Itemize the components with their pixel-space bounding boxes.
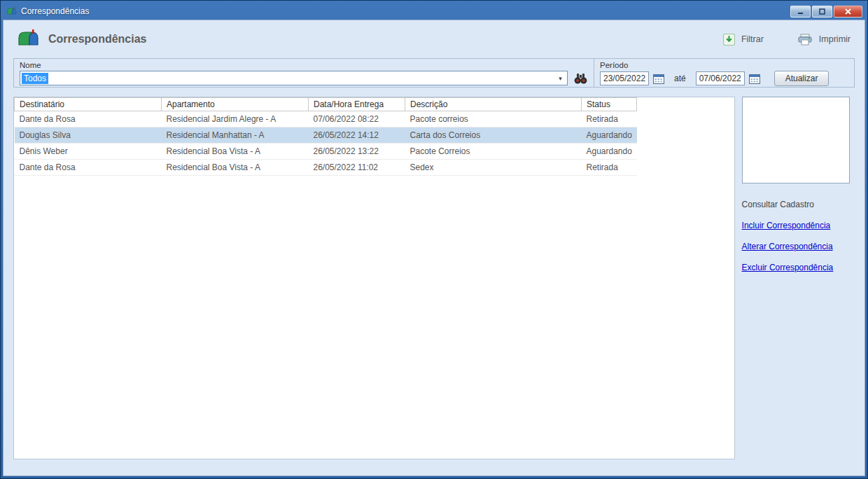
cell-data: 07/06/2022 08:22: [309, 111, 405, 127]
filtrar-label: Filtrar: [741, 34, 764, 44]
photo-placeholder: [742, 97, 850, 183]
cell-status: Aguardando: [582, 127, 637, 144]
cell-descricao: Pacote correios: [405, 111, 582, 127]
cell-destinatario: Dante da Rosa: [15, 160, 162, 176]
alterar-correspondencia-link[interactable]: Alterar Correspondência: [742, 242, 858, 251]
maximize-button[interactable]: [812, 6, 832, 18]
table-row[interactable]: Dante da RosaResidencial Boa Vista - A26…: [15, 160, 637, 176]
cell-status: Retirada: [582, 111, 637, 127]
correspondence-table-container: DestinatárioApartamentoData/Hora Entrega…: [13, 97, 735, 459]
table-header-row: DestinatárioApartamentoData/Hora Entrega…: [15, 98, 637, 111]
date-from-input[interactable]: [600, 71, 649, 85]
sidebar-links: Incluir CorrespondênciaAlterar Correspon…: [742, 209, 858, 272]
cell-data: 26/05/2022 14:12: [309, 127, 405, 144]
cell-status: Retirada: [582, 160, 637, 176]
column-header-4[interactable]: Status: [582, 98, 637, 111]
atualizar-button[interactable]: Atualizar: [774, 71, 830, 86]
table-row[interactable]: Dênis WeberResidencial Boa Vista - A26/0…: [15, 144, 637, 160]
cell-descricao: Pacote Correios: [405, 144, 582, 160]
window-controls: [790, 6, 862, 18]
close-icon: [845, 8, 851, 15]
correspondence-table: DestinatárioApartamentoData/Hora Entrega…: [14, 97, 637, 176]
window-title: Correspondências: [21, 6, 89, 16]
cell-status: Aguardando: [582, 144, 637, 160]
sidebar: Consultar Cadastro Incluir Correspondênc…: [742, 97, 858, 459]
filter-download-icon: [723, 34, 735, 46]
chevron-down-icon[interactable]: ▾: [555, 73, 566, 83]
cell-data: 26/05/2022 11:02: [309, 160, 405, 176]
incluir-correspondencia-link[interactable]: Incluir Correspondência: [742, 221, 858, 230]
cell-destinatario: Dante da Rosa: [15, 111, 162, 127]
nome-combobox-value: Todos: [22, 73, 48, 84]
cell-destinatario: Dênis Weber: [15, 144, 162, 160]
table-row[interactable]: Dante da RosaResidencial Jardim Alegre -…: [15, 111, 637, 127]
cell-apartamento: Residencial Jardim Alegre - A: [162, 111, 309, 127]
table-row[interactable]: Douglas SilvaResidencial Manhattan - A26…: [15, 127, 637, 144]
nome-combobox[interactable]: Todos ▾: [20, 71, 568, 85]
app-window: Correspondências Correspondência: [0, 0, 868, 479]
column-header-1[interactable]: Apartamento: [162, 98, 309, 111]
cell-apartamento: Residencial Boa Vista - A: [162, 160, 309, 176]
periodo-label: Período: [600, 61, 848, 69]
titlebar[interactable]: Correspondências: [3, 3, 865, 20]
cell-apartamento: Residencial Manhattan - A: [162, 127, 309, 144]
cell-apartamento: Residencial Boa Vista - A: [162, 144, 309, 160]
column-header-3[interactable]: Descrição: [405, 98, 582, 111]
consultar-cadastro-label: Consultar Cadastro: [742, 200, 858, 209]
page-header: Correspondências Filtrar: [4, 20, 864, 58]
page-title: Correspondências: [48, 33, 146, 46]
header-actions: Filtrar Imprimir: [723, 34, 850, 46]
ate-label: até: [674, 74, 686, 83]
filtrar-button[interactable]: Filtrar: [723, 34, 764, 46]
main-area: DestinatárioApartamentoData/Hora Entrega…: [13, 97, 858, 459]
close-button[interactable]: [834, 6, 862, 18]
cell-descricao: Sedex: [405, 160, 582, 176]
printer-icon: [797, 34, 813, 46]
maximize-icon: [819, 8, 825, 15]
column-header-2[interactable]: Data/Hora Entrega: [309, 98, 405, 111]
date-to-input[interactable]: [696, 71, 745, 85]
cell-data: 26/05/2022 13:22: [309, 144, 405, 160]
periodo-group: Período até: [594, 59, 854, 87]
imprimir-label: Imprimir: [819, 34, 850, 44]
minimize-button[interactable]: [790, 6, 811, 18]
cell-descricao: Carta dos Correios: [405, 127, 582, 144]
calendar-icon[interactable]: [653, 74, 664, 84]
calendar-icon[interactable]: [749, 74, 760, 84]
nome-group: Nome Todos ▾: [14, 59, 594, 87]
mailbox-icon: [15, 28, 40, 50]
window-content: Correspondências Filtrar: [3, 20, 865, 476]
column-header-0[interactable]: Destinatário: [15, 98, 162, 111]
mailbox-icon: [6, 6, 17, 17]
imprimir-button[interactable]: Imprimir: [797, 34, 850, 46]
cell-destinatario: Douglas Silva: [15, 127, 162, 144]
binoculars-search-icon[interactable]: [573, 72, 588, 85]
minimize-icon: [797, 8, 804, 15]
nome-label: Nome: [20, 61, 588, 69]
excluir-correspondencia-link[interactable]: Excluir Correspondência: [742, 263, 858, 272]
filter-panel: Nome Todos ▾: [13, 58, 855, 88]
